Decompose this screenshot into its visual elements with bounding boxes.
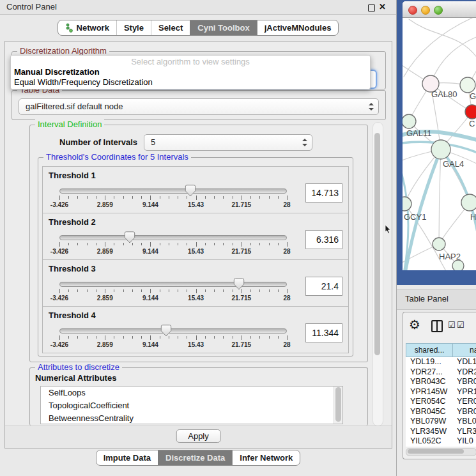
- network-node-gal11[interactable]: [403, 114, 416, 128]
- numerical-attributes-list[interactable]: SelfLoopsTopologicalCoefficientBetweenne…: [40, 386, 343, 424]
- network-edge[interactable]: [404, 18, 476, 77]
- tick-mark: [223, 196, 224, 199]
- gear-icon[interactable]: ⚙: [409, 318, 420, 332]
- network-node-h[interactable]: [461, 194, 476, 211]
- cyni-content-panel: Discretization Algorithm Select algorith…: [4, 41, 392, 449]
- slider-track[interactable]: [59, 235, 287, 240]
- attributes-scrollbar[interactable]: [334, 387, 342, 424]
- table-hscrollbar-thumb[interactable]: [408, 449, 464, 454]
- tick-mark: [96, 336, 96, 339]
- tick-label: 15.43: [188, 341, 204, 348]
- threshold-slider[interactable]: -3.4262.8599.14415.4321.71528: [59, 282, 287, 302]
- table-row[interactable]: YBL079WYBL0: [406, 417, 476, 427]
- algorithm-popup-hint: Select algorithm to view settings: [11, 56, 370, 67]
- network-node-red-node[interactable]: [465, 105, 476, 119]
- network-edge[interactable]: [431, 36, 476, 84]
- tick-mark: [233, 196, 233, 199]
- tick-label: -3.426: [50, 248, 68, 255]
- attribute-item-topologicalcoefficient[interactable]: TopologicalCoefficient: [41, 399, 342, 412]
- content-scrollbar-thumb[interactable]: [374, 133, 380, 355]
- float-window-icon[interactable]: [368, 4, 375, 12]
- threshold-slider[interactable]: -3.4262.8599.14415.4321.71528: [59, 328, 287, 349]
- table-row[interactable]: YIL052CYIL0: [406, 436, 476, 447]
- tick-mark: [160, 336, 160, 339]
- apply-button[interactable]: Apply: [176, 429, 221, 443]
- tab-select[interactable]: Select: [151, 20, 190, 35]
- tick-mark: [141, 289, 142, 292]
- table-header-cell[interactable]: shared...: [406, 343, 453, 357]
- network-node-partial-node[interactable]: [452, 260, 464, 270]
- tick-mark: [242, 242, 242, 247]
- tab-network[interactable]: Network: [58, 20, 116, 35]
- threshold-value-field[interactable]: [305, 230, 342, 249]
- slider-track[interactable]: [59, 328, 287, 334]
- interval-definition-group: Interval Definition Number of Intervals …: [29, 125, 368, 362]
- threshold-slider[interactable]: -3.4262.8599.14415.4321.71528: [59, 188, 287, 209]
- slider-track[interactable]: [59, 282, 287, 287]
- table-cell: YBL0: [452, 417, 476, 426]
- tab-infer-network[interactable]: Infer Network: [232, 450, 300, 465]
- network-window-titlebar: [403, 1, 476, 18]
- network-node-hap2[interactable]: [433, 238, 445, 250]
- checkbox-icon[interactable]: ☑: [448, 320, 456, 330]
- tick-mark: [87, 289, 88, 292]
- tick-mark: [160, 289, 160, 292]
- tick-mark: [87, 336, 88, 339]
- tick-mark: [259, 196, 260, 199]
- tab-cyni-toolbox[interactable]: Cyni Toolbox: [190, 20, 256, 35]
- slider-ticks: [59, 289, 287, 294]
- tick-label: 15.43: [188, 248, 204, 255]
- table-row[interactable]: YLR345WYLR3: [406, 427, 476, 437]
- threshold-coordinates-title: Threshold's Coordinates for 5 Intervals: [43, 152, 191, 162]
- threshold-value-field[interactable]: [305, 323, 342, 342]
- threshold-body: -3.4262.8599.14415.4321.71528: [43, 323, 348, 351]
- table-data-combobox[interactable]: galFiltered.sif default node: [19, 98, 379, 115]
- algorithm-option-equal-width-frequency-discretization[interactable]: Equal Width/Frequency Discretization: [11, 77, 370, 88]
- node-label-h: H: [470, 212, 476, 222]
- column-layout-icon[interactable]: [431, 320, 443, 332]
- network-node-gal4[interactable]: [431, 140, 450, 159]
- slider-ticks: [59, 242, 287, 247]
- network-canvas[interactable]: GAL80GACGAL11GAL4GCY1HHAP2: [403, 18, 476, 270]
- node-label-gal80: GAL80: [431, 89, 457, 99]
- algorithm-option-manual-discretization[interactable]: Manual Discretization: [11, 67, 370, 77]
- tick-mark: [96, 243, 96, 245]
- content-scrollbar[interactable]: [372, 122, 383, 426]
- attribute-item-selfloops[interactable]: SelfLoops: [41, 387, 342, 399]
- attribute-item-betweennesscentrality[interactable]: BetweennessCentrality: [41, 412, 342, 424]
- table-row[interactable]: YER054CYER0: [406, 397, 476, 407]
- tick-mark: [187, 243, 187, 245]
- network-edge[interactable]: [409, 19, 476, 61]
- tab-style[interactable]: Style: [116, 20, 151, 35]
- threshold-value-field[interactable]: [305, 277, 342, 296]
- close-window-icon[interactable]: ✕: [379, 0, 386, 14]
- tab-jactivemnodules[interactable]: jActiveMNodules: [257, 20, 339, 35]
- table-row[interactable]: YDL19...YDL1: [406, 357, 476, 367]
- network-node-gcy1[interactable]: [403, 197, 411, 211]
- table-row[interactable]: YPR145WYPR1: [406, 387, 476, 397]
- checkbox-icon[interactable]: ☑: [457, 320, 464, 330]
- table-row[interactable]: YDR27...YDR2: [406, 367, 476, 378]
- minimize-traffic-light-icon[interactable]: [421, 6, 430, 15]
- tick-mark: [169, 336, 169, 339]
- tick-mark: [187, 336, 187, 339]
- tab-discretize-data[interactable]: Discretize Data: [158, 450, 232, 465]
- tick-mark: [259, 336, 260, 339]
- slider-track[interactable]: [59, 188, 287, 194]
- network-node-ga[interactable]: [460, 77, 475, 93]
- threshold-value-field[interactable]: [305, 183, 342, 203]
- zoom-traffic-light-icon[interactable]: [434, 6, 443, 15]
- node-label-gal4: GAL4: [443, 159, 464, 169]
- close-traffic-light-icon[interactable]: [408, 6, 417, 15]
- table-header-cell[interactable]: na: [453, 343, 476, 357]
- tick-mark: [59, 289, 60, 293]
- attributes-scrollbar-thumb[interactable]: [335, 387, 341, 422]
- table-row[interactable]: YBR045CYBR0: [406, 407, 476, 417]
- number-of-intervals-combobox[interactable]: 5: [144, 134, 312, 151]
- table-hscrollbar[interactable]: [406, 448, 476, 456]
- tick-label: 28: [283, 341, 290, 348]
- table-row[interactable]: YBR043CYBR0: [406, 377, 476, 387]
- threshold-slider[interactable]: -3.4262.8599.14415.4321.71528: [59, 235, 287, 256]
- network-edge[interactable]: [439, 150, 441, 244]
- tab-impute-data[interactable]: Impute Data: [96, 450, 158, 465]
